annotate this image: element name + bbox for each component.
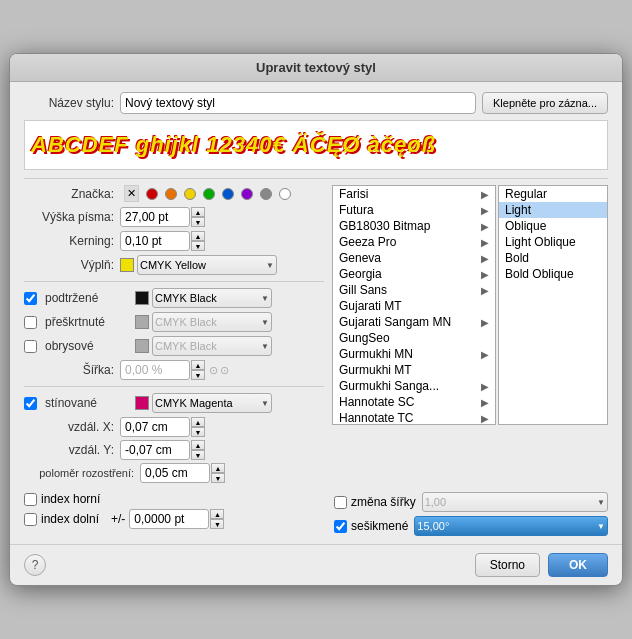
index-horni-label: index horní: [41, 492, 121, 506]
font-item-gungseo[interactable]: GungSeo: [333, 330, 495, 346]
obrysove-checkbox[interactable]: [24, 340, 37, 353]
stinvane-select[interactable]: CMYK Magenta: [152, 393, 272, 413]
zdal-x-down[interactable]: ▼: [191, 427, 205, 437]
podtrzene-row: podtržené CMYK Black ▼: [24, 288, 324, 308]
ok-button[interactable]: OK: [548, 553, 608, 577]
polomer-spinner: ▲ ▼: [211, 463, 225, 483]
podtrzene-select[interactable]: CMYK Black: [152, 288, 272, 308]
zdal-y-up[interactable]: ▲: [191, 440, 205, 450]
font-item-hannotate-tc[interactable]: Hannotate TC▶: [333, 410, 495, 425]
font-item-geeza[interactable]: Geeza Pro▶: [333, 234, 495, 250]
vyska-label: Výška písma:: [24, 210, 114, 224]
dialog: Upravit textový styl Název stylu: Klepně…: [9, 53, 623, 586]
preview-text: ABCDEF ghijkl 12340€ ÄČĘØ àčęøß: [31, 132, 436, 158]
polomer-down[interactable]: ▼: [211, 473, 225, 483]
sirka-icon2: ⊙: [220, 364, 229, 377]
polomer-label: poloměr rozostření:: [24, 467, 134, 479]
mark-dot-yellow[interactable]: [184, 188, 196, 200]
vyplne-row: Výplň: CMYK Yellow CMYK Black CMYK Magen…: [24, 255, 324, 275]
zdal-x-input[interactable]: [120, 417, 190, 437]
help-icon: ?: [32, 558, 39, 572]
zdal-y-down[interactable]: ▼: [191, 450, 205, 460]
kerning-input[interactable]: [120, 231, 190, 251]
stinvane-checkbox[interactable]: [24, 397, 37, 410]
podtrzene-label: podtržené: [45, 291, 135, 305]
bottom-section: index horní index dolní +/- ▲ ▼: [24, 492, 608, 536]
style-light-oblique[interactable]: Light Oblique: [499, 234, 607, 250]
font-item-gujarati-mt[interactable]: Gujarati MT: [333, 298, 495, 314]
sirka-row: Šířka: ▲ ▼ ⊙ ⊙: [24, 360, 324, 380]
font-item-gill[interactable]: Gill Sans▶: [333, 282, 495, 298]
zdal-x-up[interactable]: ▲: [191, 417, 205, 427]
sirka-input[interactable]: [120, 360, 190, 380]
index-down[interactable]: ▼: [210, 519, 224, 529]
right-panel: Farisi▶ Futura▶ GB18030 Bitmap▶ Geeza Pr…: [332, 185, 608, 486]
font-item-gb18030[interactable]: GB18030 Bitmap▶: [333, 218, 495, 234]
vyska-down[interactable]: ▼: [191, 217, 205, 227]
font-item-farisi[interactable]: Farisi▶: [333, 186, 495, 202]
index-up[interactable]: ▲: [210, 509, 224, 519]
style-light[interactable]: Light: [499, 202, 607, 218]
zdal-x-spinner: ▲ ▼: [191, 417, 205, 437]
index-dolni-checkbox[interactable]: [24, 513, 37, 526]
mark-dot-red[interactable]: [146, 188, 158, 200]
storno-button[interactable]: Storno: [475, 553, 540, 577]
font-item-hannotate-sc[interactable]: Hannotate SC▶: [333, 394, 495, 410]
vyska-spinner: ▲ ▼: [191, 207, 205, 227]
index-horni-row: index horní: [24, 492, 324, 506]
style-list[interactable]: Regular Light Oblique Light Oblique Bold…: [498, 185, 608, 425]
mark-dot-green[interactable]: [203, 188, 215, 200]
bottom-left: index horní index dolní +/- ▲ ▼: [24, 492, 324, 536]
mark-dot-gray[interactable]: [260, 188, 272, 200]
preskrtnute-checkbox[interactable]: [24, 316, 37, 329]
podtrzene-checkbox[interactable]: [24, 292, 37, 305]
style-bold-oblique[interactable]: Bold Oblique: [499, 266, 607, 282]
zmena-sirky-checkbox[interactable]: [334, 496, 347, 509]
font-item-gurmukhi-mn[interactable]: Gurmukhi MN▶: [333, 346, 495, 362]
sesikmene-select-wrap: 15,00° ▼: [414, 516, 608, 536]
klepnete-button[interactable]: Klepněte pro zázna...: [482, 92, 608, 114]
mark-dot-purple[interactable]: [241, 188, 253, 200]
podtrzene-select-wrap: CMYK Black ▼: [135, 288, 272, 308]
font-item-gujarati-sangam[interactable]: Gujarati Sangam MN▶: [333, 314, 495, 330]
preskrtnute-select[interactable]: CMYK Black: [152, 312, 272, 332]
kerning-down[interactable]: ▼: [191, 241, 205, 251]
sesikmene-select[interactable]: 15,00°: [414, 516, 608, 536]
preskrtnute-select-wrap: CMYK Black ▼: [135, 312, 272, 332]
style-oblique[interactable]: Oblique: [499, 218, 607, 234]
mark-dot-outline[interactable]: [279, 188, 291, 200]
vyplne-select[interactable]: CMYK Yellow CMYK Black CMYK Magenta: [137, 255, 277, 275]
zdal-y-input[interactable]: [120, 440, 190, 460]
kerning-up[interactable]: ▲: [191, 231, 205, 241]
font-item-gurmukhi-mt[interactable]: Gurmukhi MT: [333, 362, 495, 378]
font-item-futura[interactable]: Futura▶: [333, 202, 495, 218]
font-item-gurmukhi-sanga[interactable]: Gurmukhi Sanga...▶: [333, 378, 495, 394]
font-item-georgia[interactable]: Georgia▶: [333, 266, 495, 282]
polomer-input[interactable]: [140, 463, 210, 483]
obrysove-select[interactable]: CMYK Black: [152, 336, 272, 356]
mark-dot-orange[interactable]: [165, 188, 177, 200]
mark-x[interactable]: ✕: [124, 185, 139, 202]
zdal-y-label: vzdál. Y:: [24, 443, 114, 457]
zmena-select[interactable]: 1,00: [422, 492, 608, 512]
font-list[interactable]: Farisi▶ Futura▶ GB18030 Bitmap▶ Geeza Pr…: [332, 185, 496, 425]
help-button[interactable]: ?: [24, 554, 46, 576]
mark-dot-blue[interactable]: [222, 188, 234, 200]
index-horni-checkbox[interactable]: [24, 493, 37, 506]
style-regular[interactable]: Regular: [499, 186, 607, 202]
zmena-sirky-row: změna šířky 1,00 ▼: [334, 492, 608, 512]
vyska-up[interactable]: ▲: [191, 207, 205, 217]
sesikmene-checkbox[interactable]: [334, 520, 347, 533]
sirka-up[interactable]: ▲: [191, 360, 205, 370]
sirka-down[interactable]: ▼: [191, 370, 205, 380]
stinvane-label: stínované: [45, 396, 135, 410]
style-bold[interactable]: Bold: [499, 250, 607, 266]
nazev-input[interactable]: [120, 92, 476, 114]
index-input[interactable]: [129, 509, 209, 529]
polomer-up[interactable]: ▲: [211, 463, 225, 473]
left-panel: Značka: ✕ Výška písma: ▲: [24, 185, 324, 486]
vyplne-swatch: [120, 258, 134, 272]
plusminus-label: +/-: [111, 512, 125, 526]
vyska-input[interactable]: [120, 207, 190, 227]
font-item-geneva[interactable]: Geneva▶: [333, 250, 495, 266]
